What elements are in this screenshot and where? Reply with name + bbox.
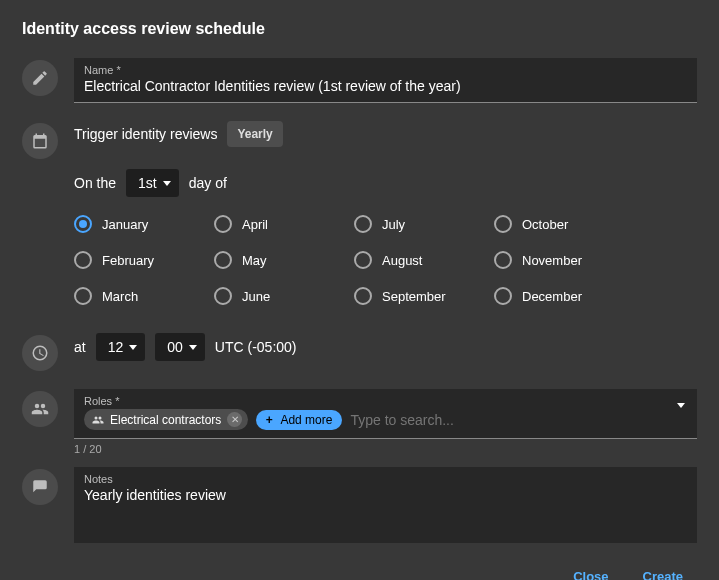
radio-icon xyxy=(214,287,232,305)
radio-icon xyxy=(354,287,372,305)
month-label: March xyxy=(102,289,138,304)
add-more-label: Add more xyxy=(280,413,332,427)
ordinal-value: 1st xyxy=(138,175,157,191)
note-icon xyxy=(22,469,58,505)
month-label: January xyxy=(102,217,148,232)
users-icon xyxy=(92,414,104,426)
month-radio[interactable]: April xyxy=(214,215,354,233)
role-chip: Electrical contractors ✕ xyxy=(84,409,248,430)
radio-icon xyxy=(214,215,232,233)
month-radio[interactable]: January xyxy=(74,215,214,233)
month-radio[interactable]: November xyxy=(494,251,634,269)
month-label: May xyxy=(242,253,267,268)
notes-input[interactable]: Yearly identities review xyxy=(84,487,687,503)
month-label: August xyxy=(382,253,422,268)
frequency-button[interactable]: Yearly xyxy=(227,121,282,147)
timezone-text: UTC (-05:00) xyxy=(215,339,297,355)
create-button[interactable]: Create xyxy=(633,561,693,580)
name-label: Name * xyxy=(84,64,687,76)
add-more-button[interactable]: + Add more xyxy=(256,410,342,430)
schedule-content: Trigger identity reviews Yearly On the 1… xyxy=(74,121,697,315)
hour-value: 12 xyxy=(108,339,124,355)
month-label: November xyxy=(522,253,582,268)
clock-icon xyxy=(22,335,58,371)
month-radio[interactable]: March xyxy=(74,287,214,305)
on-the-text: On the xyxy=(74,175,116,191)
minute-value: 00 xyxy=(167,339,183,355)
month-radio[interactable]: June xyxy=(214,287,354,305)
calendar-icon xyxy=(22,123,58,159)
month-radio[interactable]: May xyxy=(214,251,354,269)
radio-icon xyxy=(494,215,512,233)
months-grid: JanuaryAprilJulyOctoberFebruaryMayAugust… xyxy=(74,215,697,305)
radio-icon xyxy=(494,287,512,305)
radio-icon xyxy=(214,251,232,269)
minute-select[interactable]: 00 xyxy=(155,333,205,361)
radio-icon xyxy=(74,215,92,233)
roles-counter: 1 / 20 xyxy=(74,443,697,455)
chevron-down-icon xyxy=(129,345,137,350)
month-label: October xyxy=(522,217,568,232)
month-radio[interactable]: February xyxy=(74,251,214,269)
role-chip-label: Electrical contractors xyxy=(110,413,221,427)
roles-row: Roles * Electrical contractors ✕ + Add m… xyxy=(22,389,697,455)
month-radio[interactable]: December xyxy=(494,287,634,305)
notes-field[interactable]: Notes Yearly identities review xyxy=(74,467,697,543)
month-label: December xyxy=(522,289,582,304)
chevron-down-icon xyxy=(189,345,197,350)
month-radio[interactable]: October xyxy=(494,215,634,233)
roles-field[interactable]: Roles * Electrical contractors ✕ + Add m… xyxy=(74,389,697,455)
name-row: Name * Electrical Contractor Identities … xyxy=(22,58,697,103)
month-label: April xyxy=(242,217,268,232)
dialog-footer: Close Create xyxy=(22,561,697,580)
ordinal-select[interactable]: 1st xyxy=(126,169,179,197)
notes-row: Notes Yearly identities review xyxy=(22,467,697,543)
radio-icon xyxy=(74,251,92,269)
schedule-row: Trigger identity reviews Yearly On the 1… xyxy=(22,121,697,315)
name-field[interactable]: Name * Electrical Contractor Identities … xyxy=(74,58,697,103)
month-radio[interactable]: August xyxy=(354,251,494,269)
dialog-title: Identity access review schedule xyxy=(22,20,697,38)
roles-label: Roles * xyxy=(84,395,687,407)
radio-icon xyxy=(354,215,372,233)
radio-icon xyxy=(354,251,372,269)
notes-label: Notes xyxy=(84,473,687,485)
edit-icon xyxy=(22,60,58,96)
hour-select[interactable]: 12 xyxy=(96,333,146,361)
dialog: Identity access review schedule Name * E… xyxy=(0,0,719,580)
month-label: July xyxy=(382,217,405,232)
month-label: February xyxy=(102,253,154,268)
month-label: June xyxy=(242,289,270,304)
time-row: at 12 00 UTC (-05:00) xyxy=(22,333,697,371)
chip-remove-button[interactable]: ✕ xyxy=(227,412,242,427)
month-radio[interactable]: July xyxy=(354,215,494,233)
month-label: September xyxy=(382,289,446,304)
chevron-down-icon[interactable] xyxy=(677,403,685,408)
day-of-text: day of xyxy=(189,175,227,191)
plus-icon: + xyxy=(262,413,276,427)
roles-search-input[interactable] xyxy=(350,412,687,428)
name-input[interactable]: Electrical Contractor Identities review … xyxy=(84,78,687,94)
month-radio[interactable]: September xyxy=(354,287,494,305)
radio-icon xyxy=(74,287,92,305)
close-button[interactable]: Close xyxy=(563,561,618,580)
time-content: at 12 00 UTC (-05:00) xyxy=(74,333,697,361)
radio-icon xyxy=(494,251,512,269)
at-text: at xyxy=(74,339,86,355)
chevron-down-icon xyxy=(163,181,171,186)
users-icon xyxy=(22,391,58,427)
trigger-label: Trigger identity reviews xyxy=(74,126,217,142)
